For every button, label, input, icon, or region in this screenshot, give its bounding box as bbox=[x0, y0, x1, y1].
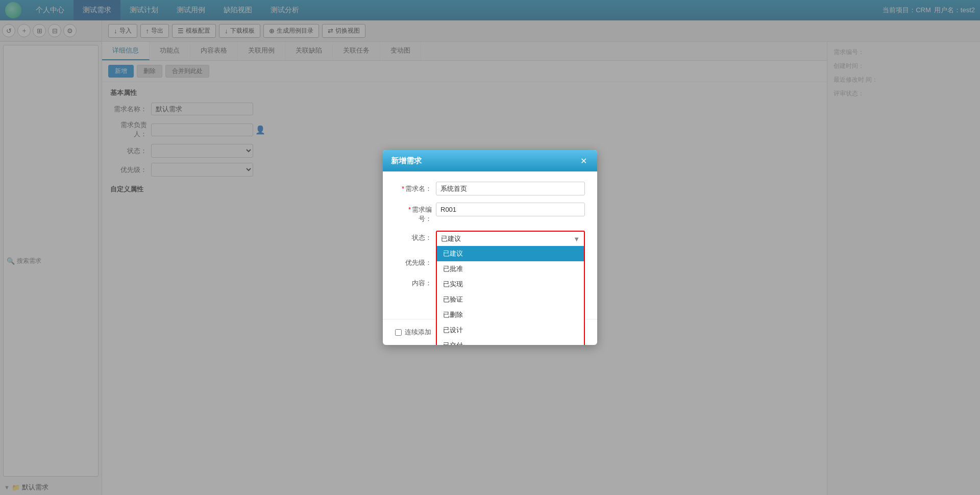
dialog-row-name: *需求名： bbox=[395, 182, 585, 195]
status-option-4[interactable]: 已删除 bbox=[437, 307, 584, 323]
required-mark-name: * bbox=[402, 185, 404, 192]
dialog-code-label: *需求编号： bbox=[395, 203, 436, 224]
dialog-content-label: 内容： bbox=[395, 276, 436, 288]
status-dropdown-container: 已建议 ▼ 已建议 已批准 已实现 已验证 已删除 已设计 已交付 变更中 bbox=[436, 231, 585, 247]
modal-overlay: 新增需求 ✕ *需求名： *需求编号： 状态： bbox=[0, 0, 980, 495]
required-mark-code: * bbox=[408, 206, 411, 213]
dialog-close-btn[interactable]: ✕ bbox=[578, 155, 589, 166]
status-option-2[interactable]: 已实现 bbox=[437, 277, 584, 292]
dialog-name-input[interactable] bbox=[436, 182, 585, 195]
add-requirement-dialog: 新增需求 ✕ *需求名： *需求编号： 状态： bbox=[383, 150, 597, 345]
status-selected-value: 已建议 bbox=[441, 234, 461, 243]
dialog-priority-label: 优先级： bbox=[395, 256, 436, 267]
dialog-code-input[interactable] bbox=[436, 203, 585, 216]
dialog-row-status: 状态： 已建议 ▼ 已建议 已批准 已实现 已验证 已删除 已设计 已交付 bbox=[395, 231, 585, 247]
status-trigger[interactable]: 已建议 ▼ bbox=[437, 232, 584, 246]
dialog-header: 新增需求 ✕ bbox=[383, 150, 597, 171]
continuous-add-checkbox[interactable] bbox=[395, 329, 402, 336]
footer-left: 连续添加 bbox=[395, 328, 431, 337]
dialog-row-code: *需求编号： bbox=[395, 203, 585, 224]
dialog-title: 新增需求 bbox=[391, 156, 422, 166]
status-option-5[interactable]: 已设计 bbox=[437, 323, 584, 338]
status-option-0[interactable]: 已建议 bbox=[437, 246, 584, 261]
dialog-status-label: 状态： bbox=[395, 231, 436, 242]
dialog-name-label: *需求名： bbox=[395, 182, 436, 193]
status-option-3[interactable]: 已验证 bbox=[437, 292, 584, 307]
dialog-body: *需求名： *需求编号： 状态： 已建议 ▼ bbox=[383, 171, 597, 319]
status-dropdown-list: 已建议 已批准 已实现 已验证 已删除 已设计 已交付 变更中 bbox=[436, 246, 585, 345]
continuous-add-label: 连续添加 bbox=[405, 328, 431, 337]
status-option-6[interactable]: 已交付 bbox=[437, 338, 584, 345]
dropdown-arrow-icon: ▼ bbox=[573, 235, 580, 243]
status-option-1[interactable]: 已批准 bbox=[437, 261, 584, 277]
